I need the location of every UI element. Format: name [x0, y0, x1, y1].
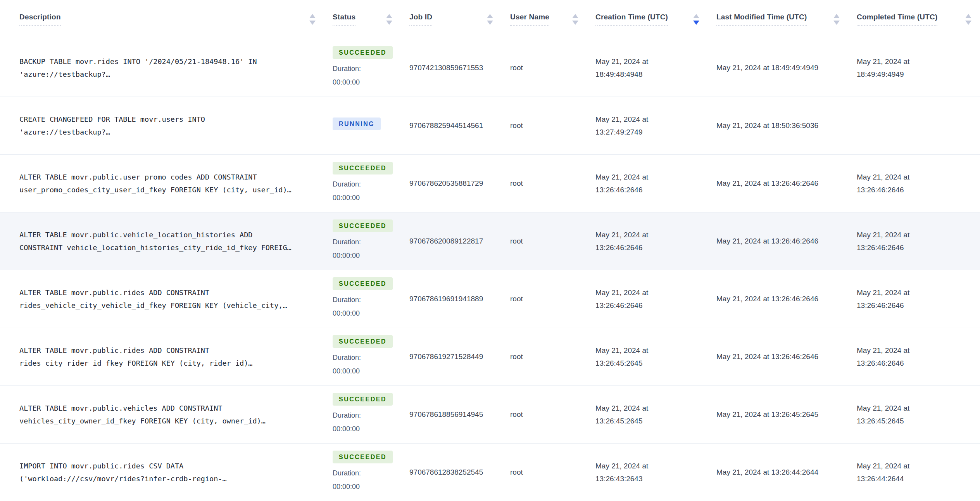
column-header-description: Description	[0, 0, 333, 39]
column-header-creation-time-label[interactable]: Creation Time (UTC)	[595, 13, 668, 26]
table-row: ALTER TABLE movr.public.vehicles ADD CON…	[0, 385, 980, 443]
status-cell: SUCCEEDED Duration: 00:00:00	[333, 39, 409, 97]
status-badge: SUCCEEDED	[333, 277, 393, 290]
status-badge: SUCCEEDED	[333, 162, 393, 174]
last-modified-time: May 21, 2024 at 13:26:46:2646	[716, 154, 857, 212]
status-cell: RUNNING	[333, 97, 409, 154]
last-modified-time: May 21, 2024 at 13:26:44:2644	[716, 443, 857, 501]
status-badge: SUCCEEDED	[333, 335, 393, 348]
last-modified-time: May 21, 2024 at 13:26:46:2646	[716, 328, 857, 385]
sort-arrows-icon[interactable]	[487, 14, 493, 25]
description-cell: CREATE CHANGEFEED FOR TABLE movr.users I…	[0, 97, 333, 154]
job-description-link[interactable]: ALTER TABLE movr.public.rides ADD CONSTR…	[19, 346, 252, 367]
status-badge: SUCCEEDED	[333, 393, 393, 406]
job-id: 970742130859671553	[409, 39, 510, 97]
job-id: 970678620535881729	[409, 154, 510, 212]
creation-time: May 21, 2024 at 13:26:45:2645	[595, 328, 716, 385]
column-header-description-label[interactable]: Description	[19, 13, 61, 26]
table-header-row: Description Status Job ID User Name	[0, 0, 980, 39]
job-description-link[interactable]: CREATE CHANGEFEED FOR TABLE movr.users I…	[19, 115, 205, 136]
status-cell: SUCCEEDED Duration: 00:00:00	[333, 443, 409, 501]
status-cell: SUCCEEDED Duration: 00:00:00	[333, 212, 409, 270]
table-row: IMPORT INTO movr.public.rides CSV DATA (…	[0, 443, 980, 501]
creation-time: May 21, 2024 at 13:26:45:2645	[595, 385, 716, 443]
description-cell: ALTER TABLE movr.public.user_promo_codes…	[0, 154, 333, 212]
user-name: root	[510, 270, 595, 328]
job-description-link[interactable]: ALTER TABLE movr.public.user_promo_codes…	[19, 173, 292, 194]
sort-arrows-icon[interactable]	[386, 14, 392, 25]
completed-time: May 21, 2024 at 13:26:46:2646	[857, 270, 980, 328]
job-description-link[interactable]: ALTER TABLE movr.public.vehicles ADD CON…	[19, 404, 266, 425]
last-modified-time: May 21, 2024 at 18:49:49:4949	[716, 39, 857, 97]
sort-arrows-icon[interactable]	[693, 14, 699, 25]
creation-time: May 21, 2024 at 13:26:46:2646	[595, 154, 716, 212]
last-modified-time: May 21, 2024 at 18:50:36:5036	[716, 97, 857, 154]
creation-time: May 21, 2024 at 13:26:43:2643	[595, 443, 716, 501]
job-duration: Duration: 00:00:00	[333, 409, 402, 436]
job-id: 970678825944514561	[409, 97, 510, 154]
table-row: ALTER TABLE movr.public.user_promo_codes…	[0, 154, 980, 212]
job-id: 970678618856914945	[409, 385, 510, 443]
last-modified-time: May 21, 2024 at 13:26:45:2645	[716, 385, 857, 443]
job-duration: Duration: 00:00:00	[333, 178, 402, 205]
column-header-status-label[interactable]: Status	[333, 13, 355, 26]
user-name: root	[510, 443, 595, 501]
job-duration: Duration: 00:00:00	[333, 466, 402, 494]
job-description-link[interactable]: IMPORT INTO movr.public.rides CSV DATA (…	[19, 462, 227, 483]
description-cell: ALTER TABLE movr.public.vehicles ADD CON…	[0, 385, 333, 443]
sort-arrows-icon[interactable]	[309, 14, 316, 25]
job-duration: Duration: 00:00:00	[333, 62, 402, 89]
column-header-user-name: User Name	[510, 0, 595, 39]
description-cell: IMPORT INTO movr.public.rides CSV DATA (…	[0, 443, 333, 501]
status-cell: SUCCEEDED Duration: 00:00:00	[333, 154, 409, 212]
table-row: ALTER TABLE movr.public.vehicle_location…	[0, 212, 980, 270]
column-header-completed-time-label[interactable]: Completed Time (UTC)	[857, 13, 937, 26]
status-cell: SUCCEEDED Duration: 00:00:00	[333, 270, 409, 328]
last-modified-time: May 21, 2024 at 13:26:46:2646	[716, 270, 857, 328]
completed-time: May 21, 2024 at 13:26:46:2646	[857, 154, 980, 212]
job-id: 970678620089122817	[409, 212, 510, 270]
table-row: ALTER TABLE movr.public.rides ADD CONSTR…	[0, 270, 980, 328]
user-name: root	[510, 385, 595, 443]
completed-time: May 21, 2024 at 13:26:46:2646	[857, 212, 980, 270]
last-modified-time: May 21, 2024 at 13:26:46:2646	[716, 212, 857, 270]
sort-arrows-icon[interactable]	[572, 14, 578, 25]
completed-time	[857, 97, 980, 154]
column-header-last-modified-time-label[interactable]: Last Modified Time (UTC)	[716, 13, 807, 26]
column-header-job-id: Job ID	[409, 0, 510, 39]
column-header-job-id-label[interactable]: Job ID	[409, 13, 432, 26]
status-cell: SUCCEEDED Duration: 00:00:00	[333, 385, 409, 443]
column-header-creation-time: Creation Time (UTC)	[595, 0, 716, 39]
user-name: root	[510, 328, 595, 385]
job-description-link[interactable]: ALTER TABLE movr.public.rides ADD CONSTR…	[19, 289, 287, 309]
sort-arrows-icon[interactable]	[965, 14, 971, 25]
column-header-user-name-label[interactable]: User Name	[510, 13, 549, 26]
creation-time: May 21, 2024 at 13:27:49:2749	[595, 97, 716, 154]
creation-time: May 21, 2024 at 13:26:46:2646	[595, 212, 716, 270]
job-id: 970678619691941889	[409, 270, 510, 328]
completed-time: May 21, 2024 at 18:49:49:4949	[857, 39, 980, 97]
column-header-last-modified-time: Last Modified Time (UTC)	[716, 0, 857, 39]
job-description-link[interactable]: BACKUP TABLE movr.rides INTO '/2024/05/2…	[19, 57, 257, 78]
user-name: root	[510, 212, 595, 270]
table-row: CREATE CHANGEFEED FOR TABLE movr.users I…	[0, 97, 980, 154]
column-header-completed-time: Completed Time (UTC)	[857, 0, 980, 39]
completed-time: May 21, 2024 at 13:26:44:2644	[857, 443, 980, 501]
completed-time: May 21, 2024 at 13:26:46:2646	[857, 328, 980, 385]
job-id: 970678612838252545	[409, 443, 510, 501]
table-row: ALTER TABLE movr.public.rides ADD CONSTR…	[0, 328, 980, 385]
description-cell: ALTER TABLE movr.public.rides ADD CONSTR…	[0, 270, 333, 328]
sort-arrows-icon[interactable]	[833, 14, 840, 25]
job-description-link[interactable]: ALTER TABLE movr.public.vehicle_location…	[19, 231, 292, 252]
jobs-table: Description Status Job ID User Name	[0, 0, 980, 501]
status-badge: SUCCEEDED	[333, 451, 393, 463]
status-badge: SUCCEEDED	[333, 46, 393, 59]
column-header-status: Status	[333, 0, 409, 39]
status-badge: SUCCEEDED	[333, 219, 393, 232]
description-cell: ALTER TABLE movr.public.vehicle_location…	[0, 212, 333, 270]
job-duration: Duration: 00:00:00	[333, 293, 402, 320]
description-cell: BACKUP TABLE movr.rides INTO '/2024/05/2…	[0, 39, 333, 97]
status-cell: SUCCEEDED Duration: 00:00:00	[333, 328, 409, 385]
user-name: root	[510, 97, 595, 154]
creation-time: May 21, 2024 at 13:26:46:2646	[595, 270, 716, 328]
